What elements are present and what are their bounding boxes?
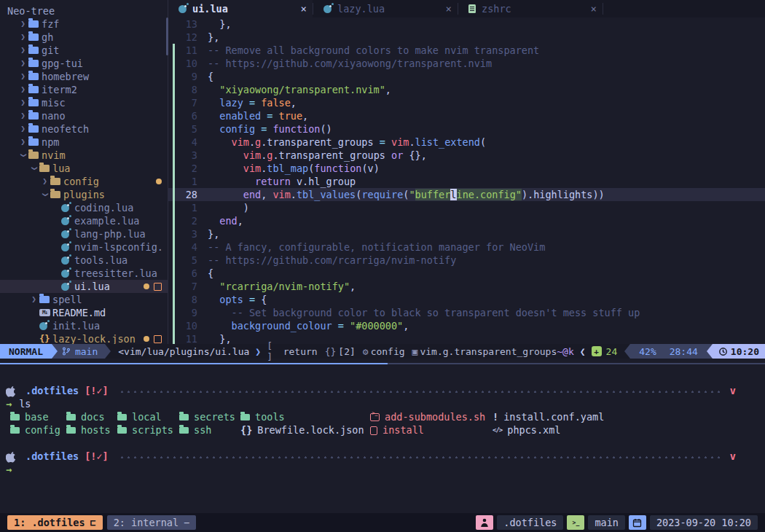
ls-item-hosts[interactable]: hosts — [66, 423, 117, 437]
expander-arrow-icon[interactable]: ❯ — [17, 44, 28, 57]
command-line-current[interactable]: → — [0, 463, 765, 477]
neotree-item-config[interactable]: ❯config — [0, 175, 168, 188]
breadcrumb-segment[interactable]: ▣vim.g.transparent_groups — [412, 346, 557, 357]
neotree-item-coding-lua[interactable]: coding.lua — [0, 201, 168, 214]
ls-item-base[interactable]: base — [10, 410, 66, 424]
ls-item-ssh[interactable]: ssh — [179, 423, 240, 437]
code-line[interactable]: 5 config = function() — [168, 122, 765, 136]
code-line[interactable]: 9 -- Set background color to black so tr… — [168, 306, 765, 319]
code-line[interactable]: 5-- https://github.com/rcarriga/nvim-not… — [168, 254, 765, 267]
ls-item-docs[interactable]: docs — [66, 410, 117, 424]
code-line[interactable]: 8 "xiyaowong/transparent.nvim", — [168, 83, 765, 96]
breadcrumb-segment[interactable]: [ ]return — [267, 340, 318, 362]
neotree-item-gpg-tui[interactable]: ❯gpg-tui — [0, 57, 168, 70]
neotree-item-example-lua[interactable]: example.lua — [0, 214, 168, 227]
git-added-sign — [168, 109, 176, 122]
neotree-item-nano[interactable]: ❯nano — [0, 109, 168, 122]
neotree-item-lang-php-lua[interactable]: lang-php.lua — [0, 227, 168, 240]
breadcrumb-segment[interactable]: {}[2] — [325, 346, 356, 357]
code-line[interactable]: 4 vim.g.transparent_groups = vim.list_ex… — [168, 136, 765, 149]
tab-close-icon[interactable]: × — [446, 3, 452, 15]
folder-icon — [117, 427, 127, 434]
tmux-window-1-dotfiles[interactable]: 1: .dotfiles⊏ — [7, 515, 103, 530]
ls-item-install-conf-yaml[interactable]: !install.conf.yaml — [493, 410, 604, 424]
neotree-item-homebrew[interactable]: ❯homebrew — [0, 70, 168, 83]
expander-arrow-icon[interactable]: ❯ — [28, 163, 41, 174]
expander-arrow-icon[interactable]: ❯ — [28, 293, 39, 306]
neotree-item-ui-lua[interactable]: ui.lua — [0, 280, 168, 293]
ls-item-secrets[interactable]: secrets — [179, 410, 240, 424]
ls-item-phpcs-xml[interactable]: </>phpcs.xml — [493, 423, 560, 437]
expander-arrow-icon[interactable]: ❯ — [17, 83, 28, 96]
shell-pane[interactable]: .dotfiles [!✓] v → ls basedocslocalsecre… — [0, 364, 765, 513]
neotree-item-fzf[interactable]: ❯fzf — [0, 17, 168, 31]
neotree-item-lazy-lock-json[interactable]: {}lazy-lock.json — [0, 332, 168, 344]
neotree-item-gh[interactable]: ❯gh — [0, 31, 168, 44]
code-line[interactable]: 1 return v.hl_group — [168, 175, 765, 188]
expander-arrow-icon[interactable]: ❯ — [17, 17, 28, 31]
tab-ui-lua[interactable]: ui.lua× — [168, 0, 313, 17]
ls-item-tools[interactable]: tools — [240, 410, 370, 424]
expander-arrow-icon[interactable]: ❯ — [17, 109, 28, 122]
breadcrumb-icon: [ ] — [267, 340, 281, 362]
expander-arrow-icon[interactable]: ❯ — [17, 136, 28, 149]
code-line[interactable]: 2 end, — [168, 214, 765, 227]
code-line[interactable]: 4-- A fancy, configurable, notification … — [168, 240, 765, 254]
expander-arrow-icon[interactable]: ❯ — [17, 57, 28, 70]
code-line[interactable]: 3 vim.g.transparent_groups or {}, — [168, 149, 765, 162]
tab-lazy-lua[interactable]: lazy.lua× — [313, 0, 458, 17]
code-line[interactable]: 2 vim.tbl_map(function(v) — [168, 162, 765, 175]
neotree-item-git[interactable]: ❯git — [0, 44, 168, 57]
expander-arrow-icon[interactable]: ❯ — [39, 175, 50, 188]
editor-buffer[interactable]: 13 },12},11-- Remove all background colo… — [168, 17, 765, 345]
folder-open-icon — [50, 191, 60, 198]
neotree-item-nvim[interactable]: ❯nvim — [0, 149, 168, 162]
tab-close-icon[interactable]: × — [591, 3, 597, 15]
code-line[interactable]: 7 lazy = false, — [168, 96, 765, 109]
expander-arrow-icon[interactable]: ❯ — [17, 150, 30, 161]
code-line[interactable]: 10 background_colour = "#000000", — [168, 319, 765, 332]
code-line[interactable]: 9{ — [168, 70, 765, 83]
tab-close-icon[interactable]: × — [301, 3, 307, 15]
expander-arrow-icon[interactable]: ❯ — [39, 189, 52, 200]
ls-item-add-submodules-sh[interactable]: >_add-submodules.sh — [370, 410, 493, 424]
code-line[interactable]: 13 }, — [168, 17, 765, 31]
ls-item-local[interactable]: local — [117, 410, 179, 424]
neotree-item-iterm2[interactable]: ❯iterm2 — [0, 83, 168, 96]
line-number: 12 — [176, 31, 208, 44]
code-line[interactable]: 3}, — [168, 227, 765, 240]
code-line[interactable]: 7 "rcarriga/nvim-notify", — [168, 280, 765, 293]
neotree-item-readme-md[interactable]: M↓README.md — [0, 306, 168, 319]
ls-item-install[interactable]: install — [370, 423, 493, 437]
ls-item-scripts[interactable]: scripts — [117, 423, 179, 437]
neotree-item-npm[interactable]: ❯npm — [0, 136, 168, 149]
neotree-item-treesitter-lua[interactable]: treesitter.lua — [0, 267, 168, 280]
expander-arrow-icon[interactable]: ❯ — [17, 70, 28, 83]
code-line[interactable]: 11-- Remove all background colors to mak… — [168, 44, 765, 57]
neotree-item-spell[interactable]: ❯spell — [0, 293, 168, 306]
ls-item-config[interactable]: config — [10, 423, 66, 437]
tmux-window-2-internal[interactable]: 2: internal− — [107, 515, 197, 530]
ls-item-brewfile-lock-json[interactable]: {}Brewfile.lock.json — [240, 423, 370, 437]
statusline-right: ~@k ❮ + 24 42% 28:44 10:20 — [557, 344, 765, 359]
neotree-item-init-lua[interactable]: init.lua — [0, 319, 168, 332]
git-added-sign — [168, 293, 176, 306]
neotree-item-neofetch[interactable]: ❯neofetch — [0, 122, 168, 136]
neotree-item-nvim-lspconfig-[interactable]: nvim-lspconfig. — [0, 240, 168, 254]
expander-arrow-icon[interactable]: ❯ — [17, 96, 28, 109]
expander-arrow-icon[interactable]: ❯ — [17, 31, 28, 44]
tab-zshrc[interactable]: zshrc× — [458, 0, 603, 17]
neotree-item-plugins[interactable]: ❯plugins — [0, 188, 168, 201]
code-line[interactable]: 28 end, vim.tbl_values(require("bufferli… — [168, 188, 765, 201]
neotree-item-misc[interactable]: ❯misc — [0, 96, 168, 109]
code-line[interactable]: 10-- https://github.com/xiyaowong/transp… — [168, 57, 765, 70]
code-line[interactable]: 12}, — [168, 31, 765, 44]
breadcrumb-segment[interactable]: ⚙config — [363, 346, 405, 357]
neotree-item-lua[interactable]: ❯lua — [0, 162, 168, 175]
code-line[interactable]: 6 enabled = true, — [168, 109, 765, 122]
code-line[interactable]: 8 opts = { — [168, 293, 765, 306]
code-line[interactable]: 6{ — [168, 267, 765, 280]
neotree-item-tools-lua[interactable]: tools.lua — [0, 254, 168, 267]
expander-arrow-icon[interactable]: ❯ — [17, 122, 28, 136]
code-line[interactable]: 1 ) — [168, 201, 765, 214]
